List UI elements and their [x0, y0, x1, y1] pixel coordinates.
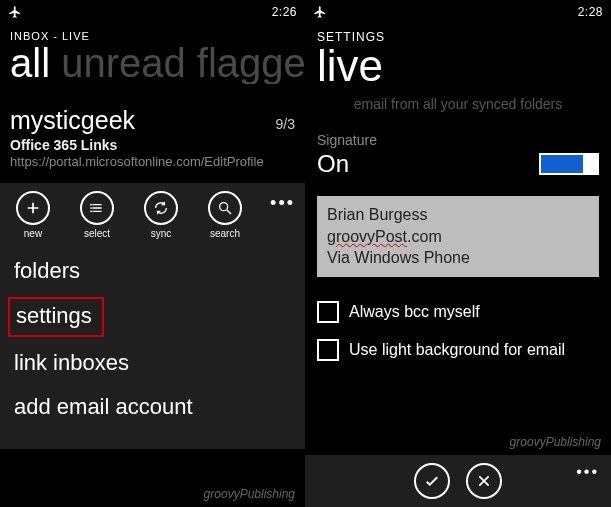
clock: 2:28: [578, 5, 603, 19]
menu-link-inboxes[interactable]: link inboxes: [0, 341, 305, 385]
watermark: groovyPublishing: [510, 435, 601, 449]
svg-point-3: [220, 203, 228, 211]
page-title: live: [305, 44, 611, 88]
signature-setting: Signature On: [305, 126, 611, 188]
clock: 2:26: [272, 5, 297, 19]
pivot-rest[interactable]: unread flagged: [61, 42, 305, 84]
svg-point-1: [90, 207, 92, 209]
signature-toggle[interactable]: [539, 153, 599, 175]
select-button[interactable]: select: [74, 191, 120, 239]
menu-add-account[interactable]: add email account: [0, 385, 305, 429]
search-label: search: [210, 228, 240, 239]
bcc-label: Always bcc myself: [349, 303, 480, 321]
settings-screen: 2:28 SETTINGS live email from all your s…: [305, 0, 611, 507]
menu-settings[interactable]: settings: [8, 297, 104, 337]
svg-point-0: [90, 204, 92, 206]
bcc-myself-row[interactable]: Always bcc myself: [305, 293, 611, 331]
signature-line2-b: .com: [407, 228, 442, 245]
cancel-button[interactable]: [466, 463, 502, 499]
signature-line3: Via Windows Phone: [327, 247, 589, 269]
toggle-knob: [583, 155, 597, 173]
sync-button[interactable]: sync: [138, 191, 184, 239]
select-label: select: [84, 228, 110, 239]
status-bar: 2:28: [305, 0, 611, 24]
signature-label: Signature: [317, 132, 599, 148]
app-bar: new select sync search •••: [0, 183, 305, 245]
inbox-screen: 2:26 INBOX - LIVE all unread flagged mys…: [0, 0, 305, 507]
new-label: new: [24, 228, 42, 239]
toggle-on-fill: [541, 155, 583, 173]
scroll-remnant-text: email from all your synced folders: [305, 88, 611, 126]
light-background-row[interactable]: Use light background for email: [305, 331, 611, 369]
bottom-app-bar: •••: [305, 455, 611, 507]
signature-line2: groovyPost.com: [327, 226, 589, 248]
status-bar: 2:26: [0, 0, 305, 24]
signature-line1: Brian Burgess: [327, 204, 589, 226]
pivot-all[interactable]: all: [10, 42, 50, 84]
context-label: INBOX - LIVE: [0, 24, 305, 42]
mail-item[interactable]: mysticgeek 9/3 Office 365 Links https://…: [0, 84, 305, 177]
light-bg-label: Use light background for email: [349, 341, 565, 359]
menu-folders[interactable]: folders: [0, 249, 305, 293]
sync-label: sync: [151, 228, 172, 239]
plus-icon: [16, 191, 50, 225]
more-icon[interactable]: •••: [270, 191, 295, 214]
airplane-mode-icon: [313, 5, 327, 19]
signature-textbox[interactable]: Brian Burgess groovyPost.com Via Windows…: [317, 196, 599, 277]
mail-date: 9/3: [276, 116, 295, 132]
select-icon: [80, 191, 114, 225]
accept-button[interactable]: [414, 463, 450, 499]
signature-line2-a: groovyPost: [327, 228, 407, 245]
svg-point-2: [90, 210, 92, 212]
mail-preview: https://portal.microsoftonline.com/EditP…: [10, 154, 295, 169]
app-bar-menu: folders settings link inboxes add email …: [0, 245, 305, 449]
watermark: groovyPublishing: [204, 487, 295, 501]
more-icon[interactable]: •••: [576, 463, 599, 481]
search-button[interactable]: search: [202, 191, 248, 239]
pivot-header[interactable]: all unread flagged: [0, 42, 305, 84]
signature-state: On: [317, 150, 349, 178]
checkbox-icon[interactable]: [317, 339, 339, 361]
mail-subject: Office 365 Links: [10, 137, 295, 153]
sync-icon: [144, 191, 178, 225]
checkbox-icon[interactable]: [317, 301, 339, 323]
new-button[interactable]: new: [10, 191, 56, 239]
search-icon: [208, 191, 242, 225]
mail-from: mysticgeek: [10, 106, 135, 135]
airplane-mode-icon: [8, 5, 22, 19]
